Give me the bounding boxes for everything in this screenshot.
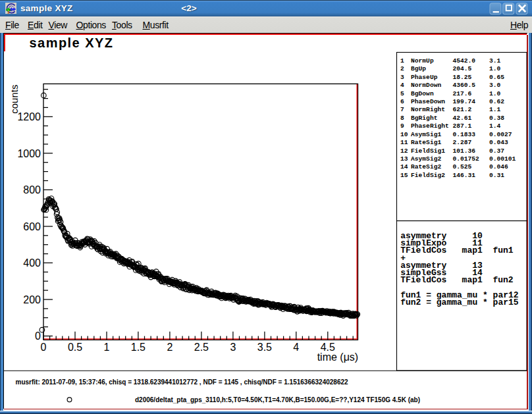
svg-text:RateSig2: RateSig2 <box>411 163 441 170</box>
svg-text:RateSig1: RateSig1 <box>411 139 441 146</box>
svg-text:0: 0 <box>41 342 47 353</box>
svg-text:8: 8 <box>400 115 404 122</box>
svg-text:d2006/deltat_pta_gps_3110,h:5,: d2006/deltat_pta_gps_3110,h:5,T0=4.50K,T… <box>135 396 420 403</box>
svg-text:204.5: 204.5 <box>453 65 472 72</box>
svg-text:time (μs): time (μs) <box>317 351 359 363</box>
svg-text:10: 10 <box>400 131 408 138</box>
svg-text:FieldSig2: FieldSig2 <box>411 172 445 179</box>
svg-text:199.74: 199.74 <box>453 98 476 105</box>
svg-text:map1: map1 <box>462 246 483 255</box>
svg-text:9: 9 <box>400 122 404 130</box>
svg-text:4360.5: 4360.5 <box>453 82 476 89</box>
svg-text:2: 2 <box>400 65 404 72</box>
svg-text:AsymSig2: AsymSig2 <box>411 155 441 163</box>
svg-text:11: 11 <box>400 139 408 146</box>
svg-text:4: 4 <box>293 342 299 353</box>
svg-text:0.31: 0.31 <box>489 172 504 179</box>
svg-text:counts: counts <box>9 85 20 114</box>
svg-text:BgRight: BgRight <box>411 115 437 122</box>
svg-text:0.38: 0.38 <box>489 115 504 122</box>
svg-text:4542.0: 4542.0 <box>453 57 476 65</box>
svg-text:0.0027: 0.0027 <box>489 131 512 138</box>
svg-text:400: 400 <box>23 257 41 269</box>
svg-text:BgUp: BgUp <box>411 65 426 72</box>
svg-text:0.01752: 0.01752 <box>453 155 480 163</box>
svg-text:NormRight: NormRight <box>411 106 445 113</box>
svg-text:1: 1 <box>104 342 110 353</box>
svg-text:14: 14 <box>400 163 408 170</box>
svg-text:FieldSig1: FieldSig1 <box>411 147 445 155</box>
svg-text:NormUp: NormUp <box>411 57 434 65</box>
svg-text:PhaseUp: PhaseUp <box>411 74 438 81</box>
svg-text:0.5: 0.5 <box>68 342 82 353</box>
svg-text:fun2: fun2 <box>492 275 513 285</box>
svg-text:map1: map1 <box>462 275 483 285</box>
svg-text:5: 5 <box>400 90 404 97</box>
svg-text:TFieldCos: TFieldCos <box>400 275 446 285</box>
svg-text:0.525: 0.525 <box>453 163 472 170</box>
svg-text:0.62: 0.62 <box>489 98 504 105</box>
svg-text:2.5: 2.5 <box>194 342 209 353</box>
svg-text:13: 13 <box>400 155 408 163</box>
svg-text:1.0: 1.0 <box>489 90 501 97</box>
svg-text:1.1: 1.1 <box>489 106 501 113</box>
svg-text:3: 3 <box>230 342 236 353</box>
svg-text:0: 0 <box>35 330 41 342</box>
svg-text:0.046: 0.046 <box>489 163 508 170</box>
svg-text:3: 3 <box>400 74 404 81</box>
svg-text:fun1: fun1 <box>492 246 513 255</box>
svg-text:2: 2 <box>167 342 173 353</box>
svg-text:800: 800 <box>23 184 41 195</box>
svg-text:15: 15 <box>400 172 408 179</box>
svg-text:42.61: 42.61 <box>453 115 472 122</box>
svg-text:6: 6 <box>400 98 404 105</box>
svg-text:3.0: 3.0 <box>489 82 501 89</box>
svg-text:4.5: 4.5 <box>321 342 335 353</box>
svg-text:101.36: 101.36 <box>453 147 476 155</box>
svg-text:200: 200 <box>23 294 41 305</box>
svg-text:musrfit: 2011-07-09, 15:37:46,: musrfit: 2011-07-09, 15:37:46, chisq = 1… <box>16 378 349 386</box>
svg-text:12: 12 <box>400 147 408 155</box>
svg-text:fun2 = gamma_mu * par15: fun2 = gamma_mu * par15 <box>400 298 519 307</box>
svg-text:1.5: 1.5 <box>131 342 146 353</box>
svg-text:3.5: 3.5 <box>257 342 272 353</box>
svg-text:AsymSig1: AsymSig1 <box>411 131 441 138</box>
svg-text:PhaseDown: PhaseDown <box>411 98 445 105</box>
svg-text:287.1: 287.1 <box>453 122 472 130</box>
svg-text:621.2: 621.2 <box>453 106 472 113</box>
svg-text:1.0: 1.0 <box>489 65 501 72</box>
svg-text:2.287: 2.287 <box>453 139 472 146</box>
svg-text:1.4: 1.4 <box>489 122 501 130</box>
svg-text:18.25: 18.25 <box>453 74 472 81</box>
svg-text:BgDown: BgDown <box>411 90 434 97</box>
svg-text:0.37: 0.37 <box>489 147 504 155</box>
svg-text:0.65: 0.65 <box>489 74 504 81</box>
svg-text:1200: 1200 <box>17 111 41 122</box>
svg-text:217.6: 217.6 <box>453 90 472 97</box>
svg-text:NormDown: NormDown <box>411 82 441 89</box>
svg-text:3.1: 3.1 <box>489 57 501 65</box>
svg-text:0.00101: 0.00101 <box>489 155 516 163</box>
svg-text:600: 600 <box>23 221 41 232</box>
svg-text:0.043: 0.043 <box>489 139 508 146</box>
svg-text:sample XYZ: sample XYZ <box>30 36 114 50</box>
svg-text:146.31: 146.31 <box>453 172 476 179</box>
svg-text:TFieldCos: TFieldCos <box>400 246 446 255</box>
svg-text:7: 7 <box>400 106 404 113</box>
svg-text:4: 4 <box>400 82 404 89</box>
svg-text:1: 1 <box>400 57 404 65</box>
svg-text:PhaseRight: PhaseRight <box>411 122 449 130</box>
svg-text:0.1833: 0.1833 <box>453 131 476 138</box>
svg-text:1000: 1000 <box>17 148 41 159</box>
